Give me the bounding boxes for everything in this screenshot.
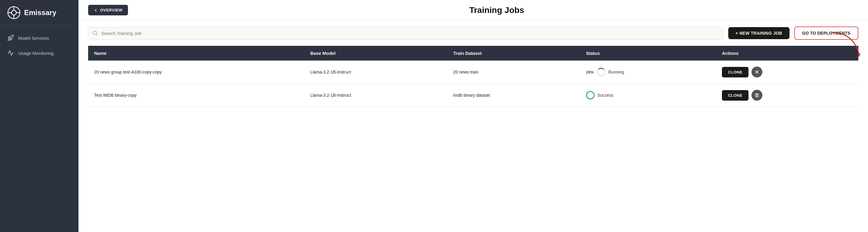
sidebar-logo: Emissary — [0, 0, 79, 26]
overview-button[interactable]: OVERVIEW — [88, 5, 128, 15]
sidebar-item-model-services[interactable]: Model Services — [0, 31, 79, 45]
job-train-dataset: 20 news train — [447, 61, 580, 84]
job-base-model: Llama-3.2-1B-Instruct — [304, 61, 447, 84]
status-percent: 28% — [586, 70, 594, 74]
search-wrap — [88, 27, 723, 40]
sidebar: Emissary Model Services Usage Monitoring — [0, 0, 79, 232]
col-status: Status — [580, 46, 716, 61]
table-row: 20 news group test-A100-copy-copy Llama-… — [88, 61, 858, 84]
main-content: OVERVIEW Training Jobs + NEW TRAINING JO… — [79, 0, 868, 232]
job-name: Test IMDB binary-copy — [88, 84, 304, 107]
training-jobs-table: Name Base Model Train Dataset Status Act… — [88, 46, 858, 107]
clone-button[interactable]: CLONE — [722, 67, 748, 77]
job-actions: CLONE — [716, 84, 858, 107]
emissary-logo-icon — [7, 6, 21, 19]
table-header-row: Name Base Model Train Dataset Status Act… — [88, 46, 858, 61]
clone-button[interactable]: CLONE — [722, 90, 748, 101]
chart-icon — [7, 50, 14, 56]
job-base-model: Llama-3.2-1B-Instruct — [304, 84, 447, 107]
rocket-icon — [7, 35, 14, 41]
job-status: 28% Running — [580, 61, 716, 84]
table-row: Test IMDB binary-copy Llama-3.2-1B-Instr… — [88, 84, 858, 107]
svg-line-7 — [96, 34, 97, 35]
job-actions: CLONE — [716, 61, 858, 84]
delete-button[interactable] — [751, 90, 763, 101]
status-label: Success — [597, 93, 614, 98]
success-icon — [586, 91, 595, 100]
logo-text: Emissary — [24, 8, 56, 17]
sidebar-item-usage-monitoring-label: Usage Monitoring — [18, 51, 54, 56]
search-icon — [92, 31, 98, 36]
sidebar-item-model-services-label: Model Services — [18, 36, 49, 41]
spinner-icon — [597, 68, 606, 76]
go-to-deployments-button[interactable]: GO TO DEPLOYMENTS — [794, 27, 858, 40]
new-training-job-button[interactable]: + NEW TRAINING JOB — [728, 27, 789, 39]
col-train-dataset: Train Dataset — [447, 46, 580, 61]
page-header: OVERVIEW Training Jobs — [79, 0, 868, 21]
col-name: Name — [88, 46, 304, 61]
status-label: Running — [609, 70, 624, 74]
job-name: 20 news group test-A100-copy-copy — [88, 61, 304, 84]
sidebar-nav: Model Services Usage Monitoring — [0, 26, 79, 65]
toolbar: + NEW TRAINING JOB GO TO DEPLOYMENTS — [79, 21, 868, 46]
col-base-model: Base Model — [304, 46, 447, 61]
svg-point-1 — [11, 10, 16, 15]
sidebar-item-usage-monitoring[interactable]: Usage Monitoring — [0, 45, 79, 61]
job-train-dataset: imdb binary dataset — [447, 84, 580, 107]
trash-icon — [754, 93, 760, 98]
col-actions: Actions — [716, 46, 858, 61]
x-icon — [754, 70, 760, 74]
table-wrap: Name Base Model Train Dataset Status Act… — [79, 46, 868, 232]
search-input[interactable] — [88, 27, 723, 40]
page-title: Training Jobs — [135, 5, 858, 15]
chevron-left-icon — [94, 8, 98, 12]
job-status: Success — [580, 84, 716, 107]
cancel-button[interactable] — [751, 67, 763, 77]
